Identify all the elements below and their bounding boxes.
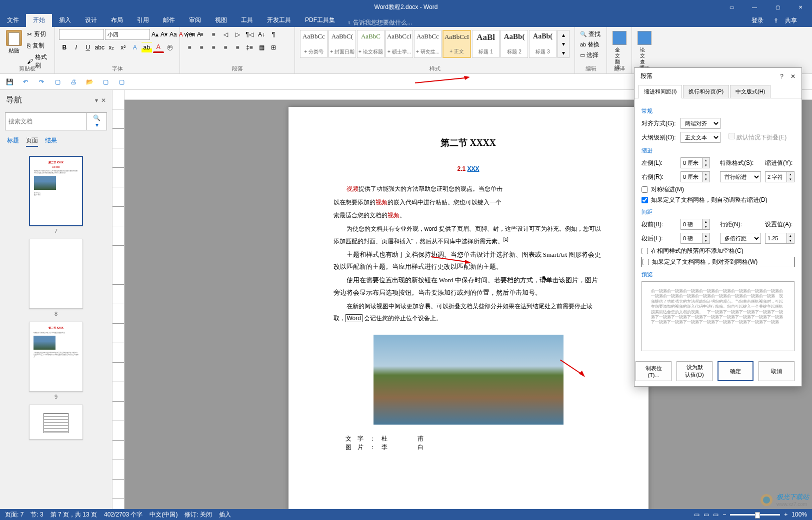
sort-button[interactable]: A↓ xyxy=(256,29,267,40)
new-button[interactable]: ▢ xyxy=(53,77,62,86)
font-size-select[interactable] xyxy=(105,29,150,40)
tab-mailings[interactable]: 邮件 xyxy=(156,13,182,27)
increase-indent-button[interactable]: ▷ xyxy=(232,29,243,40)
nav-tab-pages[interactable]: 页面 xyxy=(26,136,38,147)
zoom-out-button[interactable]: − xyxy=(722,511,726,518)
maximize-button[interactable]: ▢ xyxy=(766,0,789,14)
tab-insert[interactable]: 插入 xyxy=(52,13,78,27)
find-button[interactable]: 🔍 查找 xyxy=(579,29,602,39)
strike-button[interactable]: abc xyxy=(94,42,106,53)
style-item[interactable]: AaBbCc+ 研究生... xyxy=(414,30,442,58)
status-page-count[interactable]: 第 7 页，共 13 页 xyxy=(50,511,97,519)
line-spacing-button[interactable]: ‡≡ xyxy=(244,42,255,53)
qat-button[interactable]: ▢ xyxy=(101,77,110,86)
qat-button[interactable]: ▢ xyxy=(117,77,126,86)
ok-button[interactable]: 确定 xyxy=(718,361,754,381)
redo-button[interactable]: ↷ xyxy=(37,77,46,86)
font-color-button[interactable]: A xyxy=(153,42,164,53)
minimize-button[interactable]: — xyxy=(743,0,766,14)
view-read-button[interactable]: ▭ xyxy=(694,511,700,518)
dialog-tab-indent[interactable]: 缩进和间距(I) xyxy=(638,85,682,98)
subscript-button[interactable]: x₂ xyxy=(106,42,117,53)
nav-close-button[interactable]: ✕ xyxy=(101,97,106,104)
styles-up-button[interactable]: ▴ xyxy=(558,30,569,39)
select-button[interactable]: ▭ 选择 xyxy=(579,50,602,60)
superscript-button[interactable]: x² xyxy=(118,42,129,53)
special-indent-select[interactable]: 首行缩进 xyxy=(720,171,761,182)
nav-search-input[interactable] xyxy=(5,112,87,130)
page-thumbnail[interactable] xyxy=(29,405,83,440)
ltr-button[interactable]: ¶◁ xyxy=(244,29,255,40)
copy-button[interactable]: ⎘复制 xyxy=(26,40,50,51)
numbering-button[interactable]: ≡ xyxy=(196,29,207,40)
zoom-level[interactable]: 100% xyxy=(792,511,807,518)
status-track-changes[interactable]: 修订: 关闭 xyxy=(184,511,212,519)
outline-select[interactable]: 正文文本 xyxy=(680,132,720,143)
tab-design[interactable]: 设计 xyxy=(78,13,104,27)
view-web-button[interactable]: ▭ xyxy=(713,511,718,518)
bold-button[interactable]: B xyxy=(59,42,70,53)
replace-button[interactable]: ab 替换 xyxy=(579,39,602,50)
dialog-tab-pagination[interactable]: 换行和分页(P) xyxy=(683,85,729,98)
save-button[interactable]: 💾 xyxy=(5,77,14,86)
tab-view[interactable]: 视图 xyxy=(208,13,234,27)
left-indent-input[interactable] xyxy=(680,157,702,168)
text-effects-button[interactable]: A xyxy=(130,42,140,53)
show-marks-button[interactable]: ¶ xyxy=(268,29,279,40)
distribute-button[interactable]: ≡ xyxy=(232,42,243,53)
styles-more-button[interactable]: ▾ xyxy=(558,48,569,57)
page-thumbnail[interactable]: 第二节 XXXX 2.1 XXX 视频提供了功能强大的方法帮助您证明您的观点当您… xyxy=(29,156,83,226)
status-insert-mode[interactable]: 插入 xyxy=(219,511,231,519)
tab-tools[interactable]: 工具 xyxy=(234,13,260,27)
dialog-tab-asian[interactable]: 中文版式(H) xyxy=(730,85,770,98)
shrink-font-button[interactable]: A▾ xyxy=(160,29,168,40)
line-spacing-select[interactable]: 多倍行距 xyxy=(720,233,761,244)
right-indent-input[interactable] xyxy=(680,171,702,182)
alignment-select[interactable]: 两端对齐 xyxy=(680,118,720,129)
snap-grid-checkbox[interactable] xyxy=(642,259,649,265)
styles-down-button[interactable]: ▾ xyxy=(558,39,569,48)
multilevel-button[interactable]: ≡ xyxy=(208,29,219,40)
align-right-button[interactable]: ≡ xyxy=(208,42,219,53)
tab-home[interactable]: 开始 xyxy=(26,13,52,27)
tab-developer[interactable]: 开发工具 xyxy=(260,13,298,27)
nav-search-button[interactable]: 🔍 ▾ xyxy=(87,112,107,130)
tell-me-input[interactable]: ♀ 告诉我您想要做什么... xyxy=(347,18,412,27)
style-item[interactable]: AaBbC(+ 封面日期 xyxy=(328,30,356,58)
enclose-char-button[interactable]: ㊥ xyxy=(165,42,176,53)
style-item[interactable]: AaBbCcI+ 硕士学... xyxy=(386,30,413,58)
page-thumbnail[interactable] xyxy=(29,239,83,309)
tab-layout[interactable]: 布局 xyxy=(104,13,130,27)
borders-button[interactable]: ⊞ xyxy=(268,42,279,53)
print-preview-button[interactable]: 🖨 xyxy=(69,77,78,86)
document-page[interactable]: 第二节 XXXX 2.1 XXX 视频提供了功能强大的方法帮助您证明您的观点。当… xyxy=(288,107,648,509)
page-thumbnail[interactable]: 第三节 XXXX 视频提供了功能强大的方法帮助您证明您的观点 为使您的文档具有专… xyxy=(29,322,83,392)
space-before-input[interactable] xyxy=(680,219,702,230)
font-name-select[interactable] xyxy=(59,29,104,40)
align-center-button[interactable]: ≡ xyxy=(196,42,207,53)
style-item[interactable]: AaBbCc+ 分类号 xyxy=(300,30,328,58)
status-word-count[interactable]: 402/2703 个字 xyxy=(104,511,142,519)
align-left-button[interactable]: ≡ xyxy=(184,42,195,53)
status-language[interactable]: 中文(中国) xyxy=(150,511,178,519)
collapse-checkbox[interactable] xyxy=(728,133,735,139)
nav-tab-results[interactable]: 结果 xyxy=(45,136,57,147)
style-item[interactable]: AaBbC+ 论文标题 xyxy=(357,30,384,58)
tab-file[interactable]: 文件 xyxy=(0,13,26,27)
justify-button[interactable]: ≡ xyxy=(220,42,231,53)
cancel-button[interactable]: 取消 xyxy=(758,361,794,381)
tab-pdf[interactable]: PDF工具集 xyxy=(298,13,342,27)
share-button[interactable]: ⇪ 共享 xyxy=(768,14,807,27)
highlight-button[interactable]: ab xyxy=(142,42,152,53)
underline-button[interactable]: U xyxy=(82,42,94,53)
ribbon-options-icon[interactable]: ▭ xyxy=(720,0,743,14)
auto-indent-checkbox[interactable] xyxy=(642,197,648,203)
space-after-input[interactable] xyxy=(680,233,702,244)
line-at-input[interactable] xyxy=(765,233,787,244)
style-item[interactable]: AaBl标题 1 xyxy=(472,30,500,58)
nav-dropdown-icon[interactable]: ▾ xyxy=(95,97,98,104)
open-button[interactable]: 📂 xyxy=(85,77,94,86)
cut-button[interactable]: ✂剪切 xyxy=(26,29,50,39)
set-default-button[interactable]: 设为默认值(D) xyxy=(676,361,712,381)
change-case-button[interactable]: Aa xyxy=(169,29,178,40)
